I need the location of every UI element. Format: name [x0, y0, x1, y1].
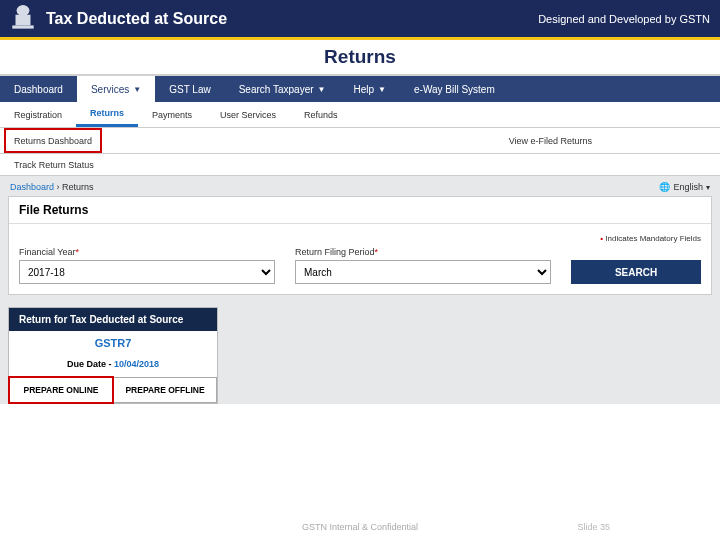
nav-search-taxpayer-label: Search Taxpayer — [239, 84, 314, 95]
prepare-offline-button[interactable]: PREPARE OFFLINE — [113, 377, 217, 403]
nav-services[interactable]: Services ▼ — [77, 76, 155, 102]
subnav-returns[interactable]: Returns — [76, 102, 138, 127]
due-label: Due Date - — [67, 359, 112, 369]
quaternary-nav: Track Return Status — [0, 154, 720, 176]
card-form-name: GSTR7 — [9, 331, 217, 359]
period-select[interactable]: March — [295, 260, 551, 284]
card-due-row: Due Date - 10/04/2018 — [9, 359, 217, 377]
content-area: Dashboard › Returns 🌐 English ▾ File Ret… — [0, 176, 720, 404]
subnav-user-services[interactable]: User Services — [206, 102, 290, 127]
fy-select[interactable]: 2017-18 — [19, 260, 275, 284]
secondary-nav: Registration Returns Payments User Servi… — [0, 102, 720, 128]
subnav-registration[interactable]: Registration — [0, 102, 76, 127]
card-title: Return for Tax Deducted at Source — [9, 308, 217, 331]
section-heading: Returns — [0, 40, 720, 76]
caret-down-icon: ▼ — [378, 85, 386, 94]
svg-rect-2 — [12, 25, 33, 28]
breadcrumb: Dashboard › Returns — [10, 182, 94, 192]
due-date: 10/04/2018 — [114, 359, 159, 369]
nav-gst-law[interactable]: GST Law — [155, 76, 225, 102]
top-bar: Tax Deducted at Source Designed and Deve… — [0, 0, 720, 40]
fy-label: Financial Year* — [19, 247, 275, 257]
mandatory-text: Indicates Mandatory Fields — [605, 234, 701, 243]
confidential-text: GSTN Internal & Confidential — [302, 522, 418, 532]
page-title: Tax Deducted at Source — [46, 10, 227, 28]
subnav-payments[interactable]: Payments — [138, 102, 206, 127]
breadcrumb-sep: › — [57, 182, 60, 192]
tab-view-efiled[interactable]: View e-Filed Returns — [501, 128, 600, 153]
gstr7-card: Return for Tax Deducted at Source GSTR7 … — [8, 307, 218, 404]
search-button[interactable]: SEARCH — [571, 260, 701, 284]
nav-help[interactable]: Help ▼ — [339, 76, 400, 102]
caret-down-icon: ▼ — [133, 85, 141, 94]
tab-track-status[interactable]: Track Return Status — [0, 154, 108, 175]
caret-down-icon: ▾ — [706, 183, 710, 192]
primary-nav: Dashboard Services ▼ GST Law Search Taxp… — [0, 76, 720, 102]
language-selector[interactable]: 🌐 English ▾ — [659, 182, 710, 192]
globe-icon: 🌐 — [659, 182, 670, 192]
svg-rect-1 — [16, 14, 31, 25]
period-label: Return Filing Period* — [295, 247, 551, 257]
slide-number: Slide 35 — [577, 522, 610, 532]
footer: GSTN Internal & Confidential Slide 35 — [0, 514, 720, 540]
subnav-refunds[interactable]: Refunds — [290, 102, 352, 127]
mandatory-note: • Indicates Mandatory Fields — [19, 234, 701, 243]
language-label: English — [673, 182, 703, 192]
nav-help-label: Help — [353, 84, 374, 95]
caret-down-icon: ▼ — [318, 85, 326, 94]
svg-point-0 — [17, 5, 30, 16]
file-returns-panel: File Returns • Indicates Mandatory Field… — [8, 196, 712, 295]
prepare-online-button[interactable]: PREPARE ONLINE — [9, 377, 113, 403]
tab-returns-dashboard[interactable]: Returns Dashboard — [4, 128, 102, 153]
breadcrumb-dashboard[interactable]: Dashboard — [10, 182, 54, 192]
breadcrumb-current: Returns — [62, 182, 94, 192]
panel-title: File Returns — [9, 197, 711, 224]
nav-dashboard[interactable]: Dashboard — [0, 76, 77, 102]
tertiary-nav: Returns Dashboard View e-Filed Returns — [0, 128, 720, 154]
emblem-icon — [10, 4, 36, 34]
nav-eway[interactable]: e-Way Bill System — [400, 76, 509, 102]
nav-services-label: Services — [91, 84, 129, 95]
nav-search-taxpayer[interactable]: Search Taxpayer ▼ — [225, 76, 340, 102]
credit-text: Designed and Developed by GSTN — [538, 13, 710, 25]
